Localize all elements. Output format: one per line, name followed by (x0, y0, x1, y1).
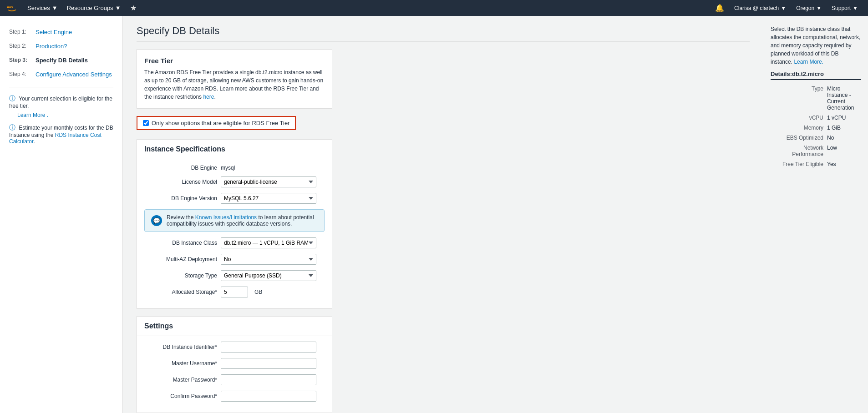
cost-line1: Estimate your monthly costs for the (19, 125, 104, 131)
here-link[interactable]: here (203, 94, 214, 100)
user-label: Clarisa @ clartech (734, 5, 779, 11)
db-instance-class-label: DB Instance Class (144, 240, 217, 246)
step2-title: Production? (36, 43, 67, 50)
type-value: Micro Instance - Current Generation (825, 84, 861, 113)
nav-right: 🔔 Clarisa @ clartech ▼ Oregon ▼ Support … (711, 0, 863, 16)
support-menu[interactable]: Support ▼ (827, 0, 863, 16)
page-title: Specify DB Details (137, 25, 750, 42)
db-engine-version-select[interactable]: MySQL 5.6.27 (221, 193, 316, 204)
db-instance-id-label: DB Instance Identifier* (163, 344, 217, 350)
free-tier-checkbox-label[interactable]: Only show options that are eligible for … (137, 116, 296, 130)
details-memory-row: Memory 1 GiB (771, 123, 861, 133)
db-engine-row: DB Engine mysql (144, 165, 325, 171)
notifications-button[interactable]: 🔔 (711, 0, 729, 16)
notice-text-before: Review the (167, 214, 193, 221)
cost-info-sidebar: ⓘ Estimate your monthly costs for the DB… (9, 124, 113, 145)
details-table: Type Micro Instance - Current Generation… (771, 84, 861, 169)
sidebar-item-step2[interactable]: Step 2: Production? (0, 39, 122, 53)
confirm-password-row: Confirm Password* (144, 391, 325, 402)
license-model-label: License Model (144, 179, 217, 185)
region-menu[interactable]: Oregon ▼ (792, 0, 826, 16)
layout: Step 1: Select Engine Step 2: Production… (0, 16, 868, 413)
settings-section: Settings DB Instance Identifier* Master … (137, 316, 332, 413)
license-model-select[interactable]: general-public-license (221, 176, 316, 187)
license-model-row: License Model general-public-license (144, 176, 325, 187)
services-label: Services (27, 5, 50, 11)
support-label: Support (832, 5, 851, 11)
db-instance-class-select[interactable]: db.t2.micro — 1 vCPU, 1 GiB RAM (221, 237, 316, 248)
chat-icon: 💬 (151, 215, 162, 226)
free-tier-desc: The Amazon RDS Free Tier provides a sing… (144, 69, 323, 100)
multi-az-select[interactable]: No (221, 254, 316, 265)
notice-box: 💬 Review the Known Issues/Limitations to… (144, 209, 325, 232)
step1-title: Select Engine (36, 29, 72, 35)
db-engine-version-row: DB Engine Version MySQL 5.6.27 (144, 193, 325, 204)
details-title: Details:db.t2.micro (771, 71, 861, 80)
instance-specs-body: DB Engine mysql License Model general-pu… (137, 159, 332, 308)
sidebar-divider (9, 87, 113, 87)
instance-specs-title: Instance Specifications (137, 140, 332, 159)
free-tier-sidebar-info: ⓘ Your current selection is eligible for… (9, 95, 113, 118)
region-chevron-icon: ▼ (816, 5, 822, 11)
step1-num: Step 1: (9, 29, 32, 35)
vcpu-value: 1 vCPU (825, 113, 861, 123)
side-nav: Step 1: Select Engine Step 2: Production… (0, 16, 123, 413)
learn-more-link[interactable]: Learn More . (17, 112, 48, 118)
free-tier-checkbox[interactable] (143, 120, 149, 126)
storage-type-select[interactable]: General Purpose (SSD) (221, 270, 316, 281)
db-class-description: Select the DB instance class that alloca… (771, 25, 861, 66)
multi-az-label: Multi-AZ Deployment (144, 256, 217, 262)
free-tier-checkbox-wrapper: ➡ Only show options that are eligible fo… (137, 116, 750, 130)
multi-az-row: Multi-AZ Deployment No (144, 254, 325, 265)
sidebar-item-step1[interactable]: Step 1: Select Engine (0, 25, 122, 39)
memory-value: 1 GiB (825, 123, 861, 133)
services-chevron-icon: ▼ (52, 5, 58, 11)
db-engine-label: DB Engine (144, 165, 217, 171)
content-area: Specify DB Details Free Tier The Amazon … (123, 16, 868, 413)
starred-icon[interactable]: ★ (126, 0, 141, 16)
known-issues-link[interactable]: Known Issues/Limitations (195, 214, 257, 221)
sidebar-item-step3: Step 3: Specify DB Details (0, 53, 122, 67)
master-password-input[interactable] (221, 374, 316, 385)
resource-groups-menu[interactable]: Resource Groups ▼ (62, 0, 126, 16)
cost-end: . (33, 138, 35, 145)
svg-text:aws: aws (7, 5, 13, 9)
free-tier-box-title: Free Tier (144, 57, 325, 65)
right-panel-learn-more[interactable]: Learn More. (794, 59, 823, 65)
free-tier-checkbox-text: Only show options that are eligible for … (152, 120, 289, 126)
allocated-storage-input[interactable] (221, 287, 248, 297)
services-menu[interactable]: Services ▼ (23, 0, 62, 16)
details-vcpu-row: vCPU 1 vCPU (771, 113, 861, 123)
allocated-storage-row: Allocated Storage* GB (144, 287, 325, 297)
instance-specs-section: Instance Specifications DB Engine mysql … (137, 139, 332, 309)
right-panel: Select the DB instance class that alloca… (763, 16, 868, 413)
support-chevron-icon: ▼ (853, 5, 858, 11)
aws-logo: aws (5, 2, 18, 15)
details-free-tier-row: Free Tier Eligible Yes (771, 159, 861, 169)
db-instance-class-row: DB Instance Class db.t2.micro — 1 vCPU, … (144, 237, 325, 248)
memory-label: Memory (771, 123, 825, 133)
resource-groups-label: Resource Groups (67, 5, 113, 11)
step3-title: Specify DB Details (36, 57, 88, 64)
network-label: Network Performance (771, 143, 825, 159)
user-menu[interactable]: Clarisa @ clartech ▼ (730, 0, 791, 16)
db-engine-version-label: DB Engine Version (144, 195, 217, 201)
ebs-label: EBS Optimized (771, 133, 825, 143)
master-password-label: Master Password* (144, 377, 217, 383)
confirm-password-label: Confirm Password* (144, 393, 217, 399)
allocated-storage-unit: GB (254, 289, 262, 295)
resource-groups-chevron-icon: ▼ (115, 5, 121, 11)
db-engine-value: mysql (221, 165, 235, 171)
free-tier-line1: Your current selection is eligible for (19, 96, 103, 102)
step4-num: Step 4: (9, 71, 32, 77)
main-content: Specify DB Details Free Tier The Amazon … (123, 16, 763, 413)
confirm-password-input[interactable] (221, 391, 316, 402)
master-username-label: Master Username* (144, 360, 217, 367)
master-username-input[interactable] (221, 358, 316, 369)
db-instance-id-input[interactable] (221, 342, 316, 353)
vcpu-label: vCPU (771, 113, 825, 123)
free-tier-eligible-value: Yes (825, 159, 861, 169)
free-tier-box: Free Tier The Amazon RDS Free Tier provi… (137, 49, 332, 109)
step2-num: Step 2: (9, 43, 32, 49)
sidebar-item-step4[interactable]: Step 4: Configure Advanced Settings (0, 67, 122, 81)
